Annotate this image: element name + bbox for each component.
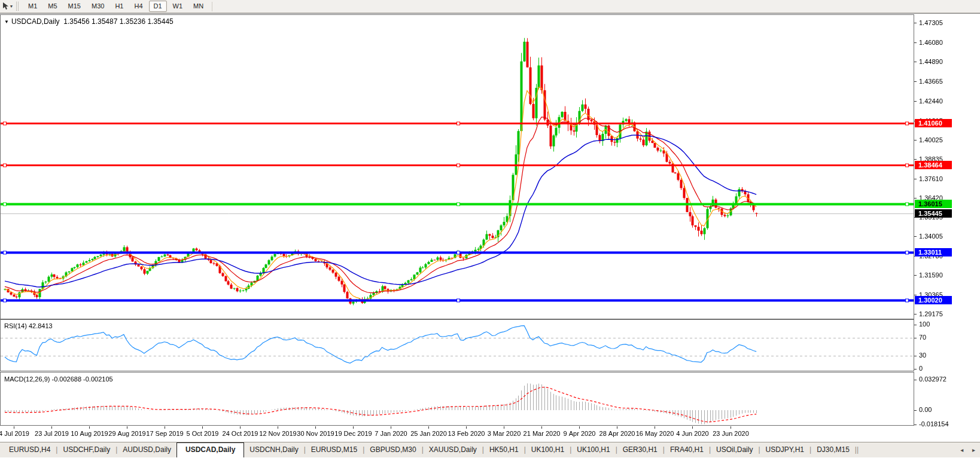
symbol-tabbar: EURUSD,H4|USDCHF,Daily|AUDUSD,DailyUSDCA… (0, 442, 980, 457)
symbol-tab[interactable]: HK50,H1 (484, 442, 524, 457)
timeframe-button-d1[interactable]: D1 (149, 1, 167, 12)
symbol-tab[interactable]: DJ30,M15 (811, 442, 855, 457)
symbol-tab[interactable]: GER30,H1 (617, 442, 663, 457)
tab-scroll-arrows: ◂ ▸ (953, 447, 975, 453)
timeframe-button-w1[interactable]: W1 (168, 1, 188, 12)
chart-canvas[interactable] (0, 14, 980, 442)
symbol-tab[interactable]: USOil,Daily (711, 442, 758, 457)
chart-symbol: USDCAD,Daily (11, 17, 60, 26)
timeframe-button-h1[interactable]: H1 (110, 1, 128, 12)
symbol-tab[interactable]: XAUUSD,Daily (424, 442, 482, 457)
symbol-tab[interactable]: EURUSD,H4 (4, 442, 56, 457)
rsi-indicator-label: RSI(14) 42.8413 (4, 322, 53, 329)
toolbar-separator (212, 2, 212, 11)
toolbar-grip[interactable] (16, 2, 19, 11)
timeframe-button-m1[interactable]: M1 (23, 1, 42, 12)
tab-scroll-left-icon[interactable]: ◂ (960, 447, 963, 453)
chart-window: ▼USDCAD,Daily 1.35456 1.35487 1.35236 1.… (0, 13, 980, 442)
timeframe-button-m15[interactable]: M15 (63, 1, 86, 12)
symbol-tab[interactable]: UK100,H1 (526, 442, 570, 457)
timeframe-buttons: M1M5M15M30H1H4D1W1MN (23, 1, 209, 12)
symbol-tab[interactable]: UK100,H1 (571, 442, 615, 457)
symbol-tab[interactable]: EURUSD,M15 (306, 442, 363, 457)
timeframe-button-mn[interactable]: MN (188, 1, 208, 12)
timeframe-button-m5[interactable]: M5 (43, 1, 62, 12)
symbol-tab[interactable]: USDJPY,H1 (760, 442, 809, 457)
symbol-tab[interactable]: USDCNH,Daily (244, 442, 303, 457)
chart-title-caret-icon: ▼ (4, 19, 9, 25)
symbol-tab-active[interactable]: USDCAD,Daily (176, 442, 244, 457)
cursor-icon (2, 2, 9, 10)
timeframe-toolbar: ▼ M1M5M15M30H1H4D1W1MN (0, 0, 980, 13)
chart-quote: 1.35456 1.35487 1.35236 1.35445 (63, 17, 174, 26)
tab-divider: | (857, 442, 859, 457)
symbol-tab[interactable]: GBPUSD,M30 (364, 442, 421, 457)
macd-indicator-label: MACD(12,26,9) -0.002688 -0.002105 (4, 375, 113, 383)
chart-title[interactable]: ▼USDCAD,Daily 1.35456 1.35487 1.35236 1.… (4, 17, 174, 26)
symbol-tab[interactable]: AUDUSD,Daily (117, 442, 176, 457)
symbol-tab[interactable]: USDCHF,Daily (57, 442, 115, 457)
timeframe-button-h4[interactable]: H4 (129, 1, 147, 12)
symbol-tab[interactable]: FRA40,H1 (665, 442, 709, 457)
cursor-tool-button[interactable]: ▼ (1, 1, 14, 12)
timeframe-button-m30[interactable]: M30 (87, 1, 109, 12)
cursor-tool-caret-icon: ▼ (10, 4, 14, 8)
tab-scroll-right-icon[interactable]: ▸ (972, 447, 975, 453)
symbol-tabs: EURUSD,H4|USDCHF,Daily|AUDUSD,DailyUSDCA… (4, 442, 859, 457)
